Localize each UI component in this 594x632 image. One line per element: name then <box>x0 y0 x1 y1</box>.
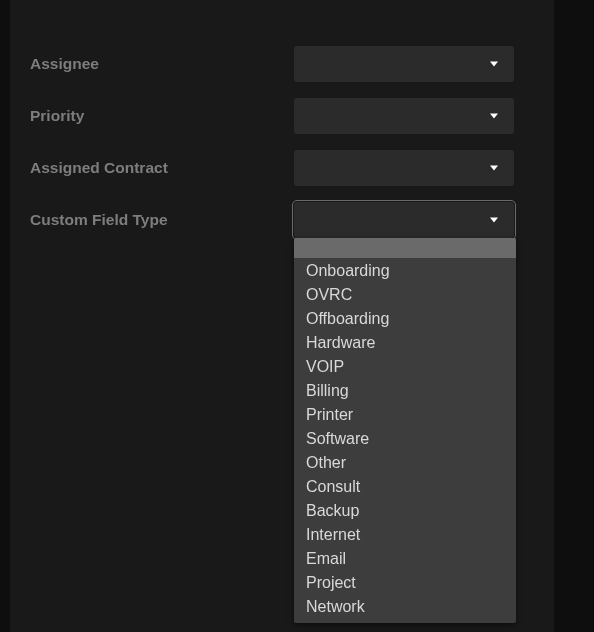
dropdown-option[interactable]: Offboarding <box>294 306 516 330</box>
dropdown-option[interactable]: Network <box>294 594 516 623</box>
assigned-contract-select-wrap <box>294 150 514 186</box>
form-row-priority: Priority <box>10 90 554 142</box>
priority-label: Priority <box>30 107 294 125</box>
assignee-select-wrap <box>294 46 514 82</box>
form-panel: Assignee Priority Assigned Contract Cust… <box>10 0 554 632</box>
custom-field-type-select-wrap <box>294 202 514 238</box>
dropdown-option[interactable]: Printer <box>294 402 516 426</box>
dropdown-option[interactable]: Onboarding <box>294 258 516 282</box>
dropdown-option[interactable]: Email <box>294 546 516 570</box>
dropdown-option[interactable]: Backup <box>294 498 516 522</box>
dropdown-option[interactable]: OVRC <box>294 282 516 306</box>
dropdown-option[interactable]: Other <box>294 450 516 474</box>
assigned-contract-select[interactable] <box>294 150 514 186</box>
assignee-label: Assignee <box>30 55 294 73</box>
form-row-assigned-contract: Assigned Contract <box>10 142 554 194</box>
dropdown-option[interactable]: Hardware <box>294 330 516 354</box>
dropdown-option[interactable]: Internet <box>294 522 516 546</box>
priority-select[interactable] <box>294 98 514 134</box>
dropdown-option[interactable]: Consult <box>294 474 516 498</box>
custom-field-type-select[interactable] <box>294 202 514 238</box>
custom-field-type-dropdown: Onboarding OVRC Offboarding Hardware VOI… <box>294 238 516 623</box>
dropdown-option[interactable]: Billing <box>294 378 516 402</box>
dropdown-option[interactable]: VOIP <box>294 354 516 378</box>
assignee-select[interactable] <box>294 46 514 82</box>
custom-field-type-label: Custom Field Type <box>30 211 294 229</box>
dropdown-search-bar[interactable] <box>294 238 516 258</box>
assigned-contract-label: Assigned Contract <box>30 159 294 177</box>
form-row-assignee: Assignee <box>10 38 554 90</box>
dropdown-option[interactable]: Software <box>294 426 516 450</box>
dropdown-option[interactable]: Project <box>294 570 516 594</box>
priority-select-wrap <box>294 98 514 134</box>
